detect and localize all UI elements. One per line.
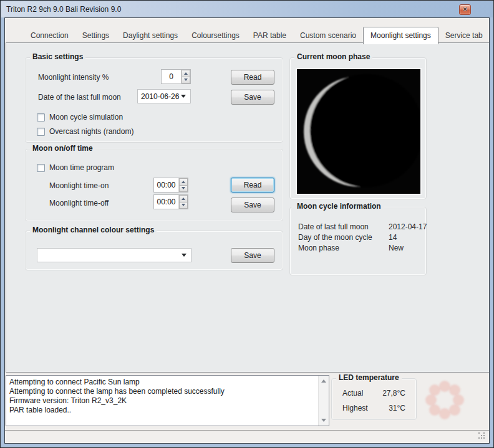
basic-read-button[interactable]: Read xyxy=(231,70,274,85)
basic-settings-group: Basic settings Moonlight intensity % 0 R… xyxy=(25,57,283,143)
spinner-up-button[interactable] xyxy=(179,178,188,186)
scroll-down-button[interactable] xyxy=(319,416,329,425)
tab-connection[interactable]: Connection xyxy=(24,29,75,43)
spinner-value[interactable]: 0 xyxy=(162,70,181,83)
tab-moonlight-settings[interactable]: Moonlight settings xyxy=(363,27,438,44)
triangle-up-icon xyxy=(321,379,326,383)
triangle-up-icon xyxy=(184,72,188,75)
full-moon-date-label: Date of the last full moon xyxy=(38,93,121,102)
group-title: Current moon phase xyxy=(294,52,372,61)
actual-temperature-value: 27,8°C xyxy=(368,389,405,398)
moonlight-intensity-spinner[interactable]: 0 xyxy=(161,69,191,84)
spinner-value[interactable]: 00:00 xyxy=(154,178,178,192)
spinner-buttons xyxy=(181,70,190,83)
log-line: Attempting to connect the lamp has been … xyxy=(9,387,316,396)
crescent-moon-graphic xyxy=(297,69,420,194)
highest-temperature-label: Highest xyxy=(342,404,368,412)
moonlight-time-off-spinner[interactable]: 00:00 xyxy=(153,194,188,209)
log-scrollbar[interactable] xyxy=(318,376,329,426)
close-icon: ✕ xyxy=(463,7,468,12)
spinner-down-button[interactable] xyxy=(182,77,190,84)
tab-daylight-settings[interactable]: Daylight settings xyxy=(116,29,185,43)
tab-custom-scenario[interactable]: Custom scenario xyxy=(293,29,363,43)
moonlight-time-off-label: Moonlight time-off xyxy=(49,199,109,207)
group-title: Moon cycle information xyxy=(294,202,384,211)
info-label: Day of the moon cycle xyxy=(298,233,372,242)
spinner-buttons xyxy=(178,195,188,209)
info-value: New xyxy=(389,244,404,252)
info-label: Date of last full moon xyxy=(298,222,369,231)
tab-settings[interactable]: Settings xyxy=(75,29,116,43)
info-row-full-moon-date: Date of last full moon 2012-04-17 xyxy=(298,222,369,231)
tab-service[interactable]: Service tab xyxy=(438,29,490,43)
moon-cycle-simulation-checkbox[interactable]: Moon cycle simulation xyxy=(37,113,123,122)
group-title: Moonlight channel colour settings xyxy=(30,226,157,234)
titlebar[interactable]: Triton R2 9ch 9.0 Bali Revision 9.0 ✕ xyxy=(1,1,493,17)
status-log[interactable]: Attempting to connect Pacific Sun lamp A… xyxy=(6,375,329,426)
log-lines: Attempting to connect Pacific Sun lamp A… xyxy=(9,378,316,415)
channel-colour-combo[interactable] xyxy=(37,248,191,262)
spinner-down-button[interactable] xyxy=(179,203,188,209)
checkbox-label: Overcast nights (random) xyxy=(49,127,133,136)
led-temperature-group: LED temperature Actual 27,8°C Highest 31… xyxy=(331,378,417,420)
basic-save-button[interactable]: Save xyxy=(231,90,274,105)
log-line: Attempting to connect Pacific Sun lamp xyxy=(9,378,316,387)
moon-time-read-button[interactable]: Read xyxy=(231,178,274,193)
tab-par-table[interactable]: PAR table xyxy=(246,29,293,43)
spinner-buttons xyxy=(178,178,188,192)
info-value: 14 xyxy=(389,233,397,242)
info-label: Moon phase xyxy=(298,244,339,252)
tab-colour-settings[interactable]: Coloursettings xyxy=(185,29,246,43)
channel-colour-save-button[interactable]: Save xyxy=(231,248,274,263)
group-title: Moon on/off time xyxy=(30,144,95,153)
combo-value: 2010-06-26 xyxy=(138,92,181,101)
resize-grip-icon[interactable] xyxy=(478,432,486,440)
chevron-down-icon xyxy=(181,95,186,98)
checkbox-label: Moon cycle simulation xyxy=(49,113,123,122)
chevron-down-icon xyxy=(182,254,186,257)
moon-time-save-button[interactable]: Save xyxy=(231,198,274,212)
triangle-down-icon xyxy=(184,79,188,81)
moonlight-time-on-label: Moonlight time-on xyxy=(49,181,109,190)
moon-phase-image xyxy=(296,68,422,195)
channel-colour-group: Moonlight channel colour settings Save xyxy=(25,231,283,270)
checkbox-label: Moon time program xyxy=(49,163,114,172)
spinner-down-button[interactable] xyxy=(179,186,188,193)
checkbox-box[interactable] xyxy=(37,113,45,122)
actual-temperature-label: Actual xyxy=(342,389,363,398)
info-row-moon-cycle-day: Day of the moon cycle 14 xyxy=(298,233,372,242)
close-button[interactable]: ✕ xyxy=(459,4,471,15)
full-moon-date-combo[interactable]: 2010-06-26 xyxy=(137,89,191,103)
spinner-value[interactable]: 00:00 xyxy=(154,195,178,209)
app-window: Triton R2 9ch 9.0 Bali Revision 9.0 ✕ Co… xyxy=(0,0,494,448)
moon-time-program-checkbox[interactable]: Moon time program xyxy=(37,163,114,172)
triangle-up-icon xyxy=(182,181,185,183)
checkbox-box[interactable] xyxy=(37,164,45,172)
client-area: Connection Settings Daylight settings Co… xyxy=(4,17,490,444)
info-row-moon-phase: Moon phase New xyxy=(298,244,339,252)
highest-temperature-value: 31°C xyxy=(368,404,405,412)
group-title: LED temperature xyxy=(336,373,402,382)
moonlight-time-on-spinner[interactable]: 00:00 xyxy=(153,178,188,193)
info-value: 2012-04-17 xyxy=(389,222,427,231)
group-title: Basic settings xyxy=(30,52,85,61)
moon-on-off-time-group: Moon on/off time Moon time program Moonl… xyxy=(25,149,283,221)
triangle-down-icon xyxy=(182,187,185,189)
spinner-up-button[interactable] xyxy=(179,195,188,203)
spinner-up-button[interactable] xyxy=(182,70,190,77)
current-moon-phase-group: Current moon phase xyxy=(289,57,427,199)
pacific-sun-logo xyxy=(425,380,465,420)
moonlight-settings-page: Basic settings Moonlight intensity % 0 R… xyxy=(6,42,490,373)
overcast-nights-checkbox[interactable]: Overcast nights (random) xyxy=(37,127,133,136)
triangle-down-icon xyxy=(321,419,326,422)
triangle-down-icon xyxy=(182,204,185,206)
moonlight-intensity-label: Moonlight intensity % xyxy=(38,73,109,82)
scroll-up-button[interactable] xyxy=(319,376,329,386)
checkbox-box[interactable] xyxy=(37,128,45,136)
moon-cycle-information-group: Moon cycle information Date of last full… xyxy=(289,207,427,275)
log-line: PAR table loaded.. xyxy=(9,406,316,415)
tab-strip: Connection Settings Daylight settings Co… xyxy=(24,29,490,43)
log-line: Firmware version: Triton R2_v3_2K xyxy=(9,396,316,406)
window-title: Triton R2 9ch 9.0 Bali Revision 9.0 xyxy=(6,1,121,17)
triangle-up-icon xyxy=(182,198,185,200)
